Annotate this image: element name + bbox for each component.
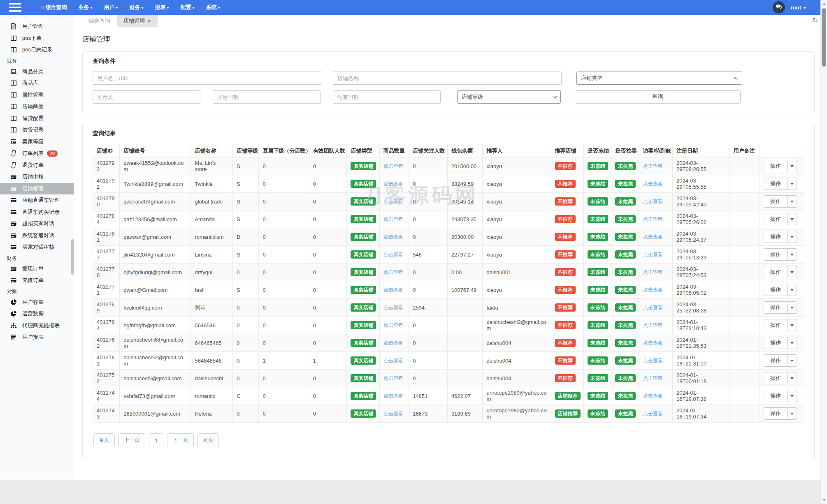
action-button[interactable]: 操作 [764,354,787,367]
action-button[interactable]: 操作 [764,178,787,190]
refresh-icon[interactable]: ↻ [813,16,818,25]
action-button[interactable]: 操作 [764,301,787,314]
sidebar-item-退货订单[interactable]: 退货订单 [0,160,74,171]
view-link[interactable]: 点击查看 [643,252,662,257]
hamburger-menu-icon[interactable] [9,3,21,12]
action-button[interactable]: 操作 [764,160,787,172]
sidebar-item-属性管理[interactable]: 属性管理 [0,89,74,101]
nav-item-5[interactable]: 报表▾ [155,4,169,11]
shop-type-select[interactable]: 店铺类型 [576,72,742,85]
action-button[interactable]: 操作 [764,319,787,331]
pagination-button-1[interactable]: 1 [149,433,163,447]
view-link[interactable]: 点击查看 [383,358,403,363]
nav-item-7[interactable]: 系统▾ [206,4,220,11]
action-button[interactable]: 操作 [764,372,787,384]
sidebar-item-店铺直通车管理[interactable]: 店铺直通车管理 [0,194,74,206]
action-button[interactable]: 操作 [764,231,787,243]
tab-综合查询[interactable]: 综合查询 [82,15,117,27]
sidebar-item-代理商充提报表[interactable]: 代理商充提报表 [0,320,74,332]
action-button[interactable]: 操作 [764,407,787,420]
sidebar-item-充值订单[interactable]: 充值订单 [0,275,74,287]
scroll-down-arrow-icon[interactable] [821,497,827,503]
sidebar-item-卖家等级[interactable]: 卖家等级 [0,136,74,148]
view-link[interactable]: 点击查看 [383,163,403,169]
action-button[interactable]: 操作 [764,266,787,278]
sidebar-item-借贷记录[interactable]: 借贷记录 [0,124,74,136]
sidebar-item-用户报表[interactable]: 用户报表 [0,331,74,343]
action-dropdown-button[interactable] [787,319,797,331]
view-link[interactable]: 点击查看 [383,252,403,257]
view-link[interactable]: 点击查看 [383,322,403,328]
view-link[interactable]: 点击查看 [643,393,662,399]
sidebar-item-用户存量[interactable]: 用户存量 [0,296,74,308]
action-dropdown-button[interactable] [787,390,797,402]
view-link[interactable]: 点击查看 [643,411,662,416]
view-link[interactable]: 点击查看 [383,375,403,381]
view-link[interactable]: 点击查看 [643,375,662,381]
scroll-up-arrow-icon[interactable] [821,1,827,7]
action-dropdown-button[interactable] [787,301,797,314]
view-link[interactable]: 点击查看 [643,163,662,169]
window-scrollbar[interactable] [820,0,827,504]
action-button[interactable]: 操作 [764,284,787,296]
end-date-input[interactable] [333,90,441,104]
action-button[interactable]: 操作 [764,195,787,208]
action-button[interactable]: 操作 [764,248,787,261]
view-link[interactable]: 点击查看 [383,340,403,346]
view-link[interactable]: 点击查看 [383,411,403,416]
pagination-button-首页[interactable]: 首页 [93,433,115,447]
view-link[interactable]: 点击查看 [643,358,662,363]
nav-item-6[interactable]: 配置▾ [181,4,195,11]
view-link[interactable]: 点击查看 [643,216,662,222]
sidebar-item-订单列表[interactable]: 订单列表70 [0,148,74,160]
nav-item-1[interactable]: ⌂综合查询 [40,4,67,11]
action-dropdown-button[interactable] [787,266,797,278]
chat-button[interactable] [773,1,785,14]
sidebar-item-买家对话审核[interactable]: 买家对话审核 [0,241,74,253]
view-link[interactable]: 点击查看 [643,287,662,293]
view-link[interactable]: 点击查看 [643,305,662,310]
action-dropdown-button[interactable] [787,195,797,208]
view-link[interactable]: 点击查看 [383,216,403,222]
close-icon[interactable]: × [148,18,151,24]
sidebar-item-提现订单[interactable]: 提现订单 [0,263,74,275]
scrollbar-thumb[interactable] [822,8,826,67]
pagination-button-下一页[interactable]: 下一页 [167,433,194,447]
action-dropdown-button[interactable] [787,178,797,190]
view-link[interactable]: 点击查看 [643,181,662,187]
action-dropdown-button[interactable] [787,354,797,367]
sidebar-item-pos下单[interactable]: pos下单 [0,32,74,44]
action-dropdown-button[interactable] [787,248,797,261]
query-button[interactable]: 查询 [575,90,741,104]
view-link[interactable]: 点击查看 [383,305,403,310]
action-dropdown-button[interactable] [787,284,797,296]
view-link[interactable]: 点击查看 [383,234,403,240]
view-link[interactable]: 点击查看 [383,199,403,204]
sidebar-item-店铺商品[interactable]: 店铺商品 [0,101,74,113]
action-dropdown-button[interactable] [787,160,797,172]
sidebar-item-借贷配置[interactable]: 借贷配置 [0,113,74,125]
shop-name-input[interactable] [333,72,562,85]
sidebar-item-商品库[interactable]: 商品库 [0,77,74,89]
user-menu[interactable]: root [791,5,806,11]
action-dropdown-button[interactable] [787,213,797,225]
pagination-button-尾页[interactable]: 尾页 [197,433,219,447]
nav-item-4[interactable]: 财务▾ [130,4,144,11]
view-link[interactable]: 点击查看 [383,287,403,293]
view-link[interactable]: 点击查看 [383,269,403,275]
sidebar-item-pos日志记录[interactable]: pos日志记录 [0,44,74,56]
view-link[interactable]: 点击查看 [383,393,403,399]
sidebar-scrollbar-thumb[interactable] [71,239,74,275]
sidebar-item-用户管理[interactable]: 用户管理 [0,21,74,32]
sidebar-item-系统客服对话[interactable]: 系统客服对话 [0,230,74,242]
nav-item-3[interactable]: 用户▾ [104,4,118,11]
view-link[interactable]: 点击查看 [643,234,662,240]
action-dropdown-button[interactable] [787,231,797,243]
view-link[interactable]: 点击查看 [383,181,403,187]
sidebar-item-店铺管理[interactable]: 店铺管理 [0,183,74,195]
sidebar-item-直通车购买记录[interactable]: 直通车购买记录 [0,206,74,218]
tab-店铺管理[interactable]: 店铺管理× [117,15,158,27]
view-link[interactable]: 点击查看 [643,322,662,328]
view-link[interactable]: 点击查看 [643,340,662,346]
view-link[interactable]: 点击查看 [643,269,662,275]
